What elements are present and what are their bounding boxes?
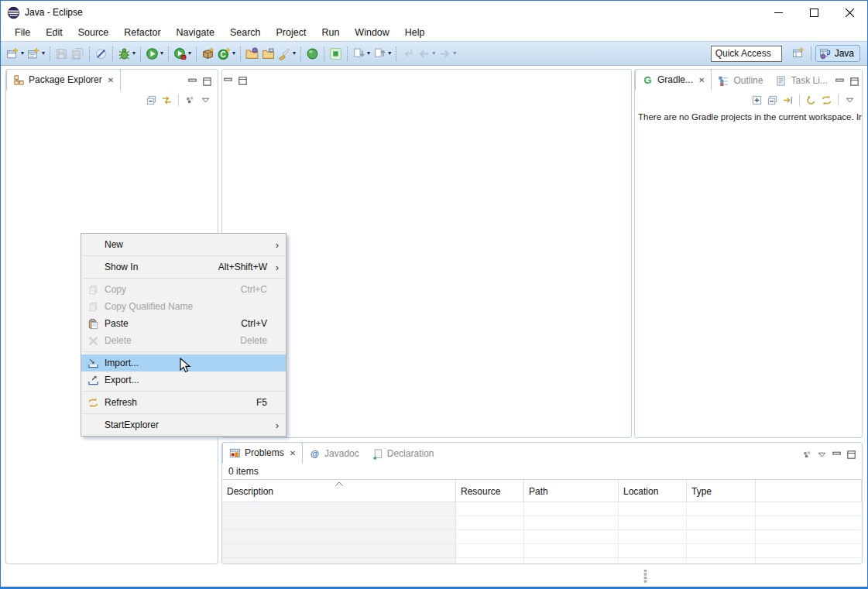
open-type-button[interactable] (244, 44, 260, 63)
view-menu-icon[interactable] (184, 94, 196, 106)
menu-item-show-in[interactable]: Show InAlt+Shift+W› (81, 259, 286, 276)
menu-refactor[interactable]: Refactor (116, 26, 168, 39)
back-button[interactable]: ▾ (416, 44, 437, 63)
dropdown-caret-icon[interactable]: ▾ (367, 50, 370, 57)
open-task-button[interactable] (260, 44, 276, 63)
table-row[interactable] (222, 558, 862, 564)
dropdown-caret-icon[interactable]: ▾ (188, 50, 191, 57)
tab-problems[interactable]: Problems✕ (222, 442, 303, 464)
table-row[interactable] (222, 544, 862, 558)
tab-package-explorer[interactable]: Package Explorer ✕ (6, 69, 121, 91)
menu-item-new[interactable]: New› (81, 236, 286, 253)
last-edit-location-button[interactable] (400, 44, 416, 63)
tab-task-li[interactable]: Task Li... (769, 70, 833, 91)
menu-source[interactable]: Source (70, 26, 117, 39)
dropdown-caret-icon[interactable]: ▾ (42, 50, 45, 57)
new-java-project-button[interactable]: ▾ (26, 44, 46, 63)
tab-javadoc[interactable]: @Javadoc (303, 443, 365, 464)
forward-button[interactable]: ▾ (437, 44, 458, 63)
toolbar-separator (196, 46, 197, 61)
table-row[interactable] (222, 502, 862, 516)
run-coverage-button[interactable]: ▾ (172, 44, 193, 63)
column-header-path[interactable]: Path (524, 480, 619, 502)
view-menu-icon[interactable] (801, 449, 813, 461)
dropdown-caret-icon[interactable]: ▾ (453, 50, 456, 57)
dropdown-icon[interactable] (200, 94, 211, 106)
link-editor-icon[interactable] (161, 94, 173, 106)
package-explorer-icon (13, 74, 25, 86)
dropdown-caret-icon[interactable]: ▾ (232, 50, 235, 57)
menu-help[interactable]: Help (397, 26, 433, 39)
menu-item-copy[interactable]: CopyCtrl+C (81, 281, 286, 298)
dropdown-caret-icon[interactable]: ▾ (432, 50, 435, 57)
dropdown-caret-icon[interactable]: ▾ (160, 50, 163, 57)
dropdown-caret-icon[interactable]: ▾ (132, 50, 136, 57)
menu-run[interactable]: Run (314, 26, 347, 39)
maximize-button[interactable] (796, 1, 832, 24)
collapse-all-icon[interactable] (146, 94, 157, 106)
maximize-view-icon[interactable] (846, 449, 857, 461)
refresh-gradle-icon[interactable] (805, 94, 817, 106)
new-wizard-button[interactable]: ▾ (5, 44, 26, 63)
menu-edit[interactable]: Edit (38, 26, 70, 39)
minimize-view-icon[interactable] (222, 75, 234, 87)
dropdown-caret-icon[interactable]: ▾ (388, 50, 391, 57)
minimize-button[interactable] (760, 1, 796, 24)
collapse-all-icon[interactable] (767, 94, 778, 106)
menu-item-delete[interactable]: DeleteDelete (81, 332, 286, 349)
link-selection-icon[interactable] (782, 94, 794, 106)
tab-declaration[interactable]: Declaration (365, 443, 441, 464)
column-header-location[interactable]: Location (619, 480, 687, 502)
column-header-description[interactable]: Description (222, 480, 456, 502)
search-button[interactable]: ▾ (276, 44, 297, 63)
java-perspective-button[interactable]: JJava (815, 45, 860, 62)
column-header-resource[interactable]: Resource (456, 480, 524, 502)
menu-item-export[interactable]: Export... (81, 372, 286, 389)
minimize-view-icon[interactable] (834, 76, 846, 87)
expand-all-icon[interactable] (751, 94, 763, 106)
block-selection-button[interactable] (328, 44, 344, 63)
run-button[interactable]: ▾ (144, 44, 165, 63)
tab-outline[interactable]: Outline (712, 70, 769, 91)
save-button[interactable] (53, 44, 70, 63)
menu-navigate[interactable]: Navigate (169, 26, 222, 39)
menu-item-label: Delete (105, 335, 240, 346)
maximize-view-icon[interactable] (201, 76, 213, 87)
new-java-class-button[interactable]: C▾ (216, 44, 237, 63)
tab-gradle[interactable]: GGradle...✕ (635, 69, 712, 91)
table-row[interactable] (222, 530, 862, 544)
next-annotation-button[interactable]: ▾ (351, 44, 372, 63)
minimize-view-icon[interactable] (187, 76, 198, 87)
new-java-package-button[interactable] (200, 44, 216, 63)
open-perspective-button[interactable] (790, 45, 807, 62)
debug-button[interactable]: ▾ (116, 44, 137, 63)
menu-search[interactable]: Search (222, 26, 269, 39)
close-tab-icon[interactable]: ✕ (108, 76, 114, 84)
column-header-type[interactable]: Type (687, 480, 756, 502)
dropdown-caret-icon[interactable]: ▾ (21, 50, 24, 57)
dropdown-icon[interactable] (816, 449, 828, 461)
save-all-button[interactable] (70, 44, 86, 63)
maximize-view-icon[interactable] (237, 75, 249, 87)
quick-access-input[interactable]: Quick Access (711, 46, 782, 62)
menu-file[interactable]: File (7, 26, 38, 39)
close-tab-icon[interactable]: ✕ (290, 449, 296, 457)
minimize-view-icon[interactable] (831, 449, 842, 461)
menu-item-startexplorer[interactable]: StartExplorer› (81, 416, 286, 433)
menu-window[interactable]: Window (347, 26, 396, 39)
menu-item-paste[interactable]: PasteCtrl+V (81, 315, 286, 332)
menu-item-refresh[interactable]: RefreshF5 (81, 394, 286, 411)
dropdown-icon[interactable] (844, 94, 856, 106)
menu-item-copy-qualified-name[interactable]: Copy Qualified Name (81, 298, 286, 315)
menu-project[interactable]: Project (269, 26, 314, 39)
dropdown-caret-icon[interactable]: ▾ (293, 50, 296, 57)
table-row[interactable] (222, 516, 862, 530)
mark-occurrences-button[interactable] (304, 44, 321, 63)
trim-grip-icon[interactable] (643, 570, 648, 583)
refresh-all-icon[interactable] (821, 94, 832, 106)
maximize-view-icon[interactable] (849, 76, 860, 87)
close-button[interactable] (832, 1, 867, 24)
skip-breakpoints-button[interactable] (93, 44, 109, 63)
close-tab-icon[interactable]: ✕ (698, 76, 705, 84)
prev-annotation-button[interactable]: ▾ (372, 44, 393, 63)
